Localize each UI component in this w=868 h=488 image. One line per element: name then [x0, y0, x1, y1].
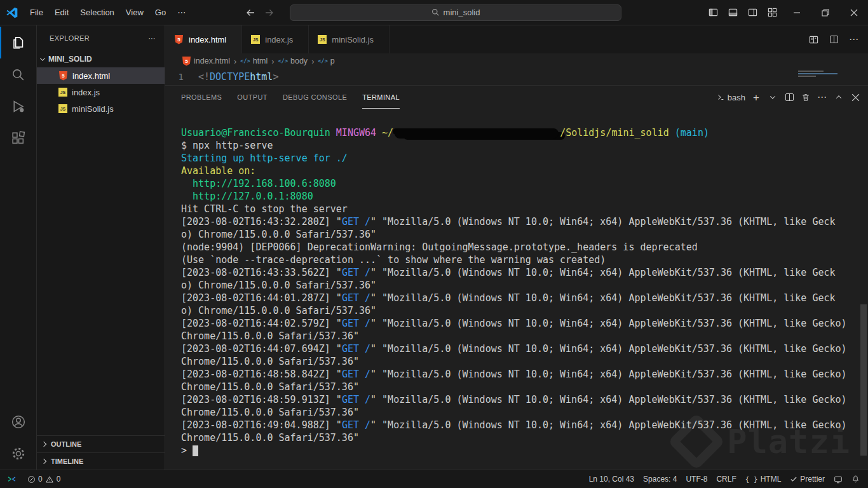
terminal-line: Chrome/115.0.0.0 Safari/537.36": [181, 381, 868, 393]
file-name: index.html: [72, 71, 110, 81]
terminal-line: Hit CTRL-C to stop the server: [181, 203, 868, 215]
outline-section[interactable]: OUTLINE: [37, 435, 165, 452]
restore-button[interactable]: [811, 0, 839, 25]
minimap[interactable]: [798, 71, 857, 82]
terminal-text: GET /: [342, 267, 370, 278]
close-panel-icon[interactable]: [848, 89, 863, 105]
explorer-activity-icon[interactable]: [0, 27, 36, 58]
forward-arrow-icon[interactable]: [264, 8, 275, 18]
terminal-line: $ npx http-serve: [181, 139, 868, 152]
code-editor[interactable]: 1 <!DOCTYPE html>: [165, 69, 868, 85]
problems-status[interactable]: 0 0: [23, 470, 65, 488]
folder-row-mini-solid[interactable]: MINI_SOLID: [37, 51, 165, 67]
statusbar-left: 0 0: [0, 470, 65, 488]
braces-icon: { }: [745, 475, 758, 484]
terminal-line: [2023-08-02T16:44:01.287Z] "GET /" "Mozi…: [181, 292, 868, 304]
check-icon: [790, 475, 797, 483]
chevron-right-icon: [41, 459, 46, 464]
tab-index.js[interactable]: JSindex.js: [242, 25, 309, 53]
breadcrumb-item-p[interactable]: </>p: [318, 57, 334, 65]
panel-tabs: PROBLEMSOUTPUTDEBUG CONSOLETERMINAL: [181, 86, 400, 109]
tab-index.html[interactable]: 5index.html: [165, 25, 242, 53]
terminal-text: GET /: [342, 419, 370, 431]
eol-sequence[interactable]: CRLF: [712, 470, 740, 488]
panel-tab-debug-console[interactable]: DEBUG CONSOLE: [283, 86, 347, 109]
terminal-dropdown-icon[interactable]: [765, 89, 780, 105]
panel-tab-problems[interactable]: PROBLEMS: [181, 86, 222, 109]
indentation[interactable]: Spaces: 4: [639, 470, 681, 488]
terminal-text: [2023-08-02T16:48:58.842Z] ": [181, 369, 342, 380]
toggle-secondary-sidebar-icon[interactable]: [743, 0, 763, 25]
cursor-position[interactable]: Ln 10, Col 43: [585, 470, 639, 488]
terminal-text: " "Mozilla/5.0 (Windows NT 10.0; Win64; …: [370, 394, 847, 405]
breadcrumb-item-body[interactable]: </>body: [278, 57, 308, 65]
toggle-panel-icon[interactable]: [723, 0, 743, 25]
remote-indicator-icon[interactable]: [0, 470, 23, 488]
panel-tab-terminal[interactable]: TERMINAL: [362, 86, 400, 109]
back-arrow-icon[interactable]: [245, 8, 255, 18]
maximize-panel-icon[interactable]: [831, 89, 846, 105]
js-file-icon: JS: [58, 104, 67, 113]
terminal-text: [2023-08-02T16:48:59.913Z] ": [181, 394, 342, 405]
terminal-output[interactable]: Platzi Usuario@Francisco-Bourquin MINGW6…: [165, 109, 868, 470]
panel-more-actions-icon[interactable]: ⋯: [815, 89, 830, 105]
split-terminal-icon[interactable]: [782, 89, 797, 105]
sidebar-more-actions-icon[interactable]: ⋯: [149, 34, 156, 43]
terminal-shell-icon: [716, 93, 725, 102]
kill-terminal-icon[interactable]: [798, 89, 813, 105]
menu-edit[interactable]: Edit: [49, 5, 74, 20]
search-activity-icon[interactable]: [0, 58, 36, 90]
timeline-section[interactable]: TIMELINE: [37, 452, 165, 470]
menu-go[interactable]: Go: [149, 5, 172, 20]
minimize-button[interactable]: [782, 0, 811, 25]
run-debug-activity-icon[interactable]: [0, 90, 36, 122]
screencast-icon[interactable]: [829, 470, 847, 488]
new-terminal-icon[interactable]: +: [749, 89, 764, 105]
terminal-text: ~/: [382, 127, 393, 139]
breadcrumb-item-html[interactable]: </>html: [240, 57, 268, 65]
split-editor-icon[interactable]: [825, 30, 843, 48]
tab-miniSolid.js[interactable]: JSminiSolid.js: [309, 25, 390, 53]
tab-label: miniSolid.js: [332, 35, 374, 44]
terminal-text: /Solidjs/mini_solid: [560, 127, 675, 139]
terminal-line: Chrome/115.0.0.0 Safari/537.36": [181, 330, 868, 342]
file-item-miniSolid.js[interactable]: JSminiSolid.js: [37, 100, 165, 117]
terminal-session-item[interactable]: bash: [714, 89, 747, 105]
terminal-line: Starting up http-serve for ./: [181, 152, 868, 165]
menu-view[interactable]: View: [120, 5, 149, 20]
js-file-icon: JS: [251, 35, 260, 44]
notifications-bell-icon[interactable]: [847, 470, 864, 488]
terminal-line: Available on:: [181, 165, 868, 177]
errors-icon: [27, 475, 36, 484]
account-icon[interactable]: [0, 406, 36, 438]
terminal-line: http://127.0.0.1:8080: [181, 190, 868, 203]
toggle-primary-sidebar-icon[interactable]: [703, 0, 723, 25]
close-button[interactable]: [839, 0, 868, 25]
file-tree: MINI_SOLID 5index.htmlJSindex.jsJSminiSo…: [37, 51, 165, 435]
open-preview-icon[interactable]: [804, 30, 822, 48]
menu-selection[interactable]: Selection: [74, 5, 119, 20]
panel-tab-output[interactable]: OUTPUT: [237, 86, 268, 109]
title-bar: FileEditSelectionViewGo⋯ mini_solid: [0, 0, 868, 25]
terminal-text: Usuario@Francisco-Bourquin: [181, 127, 336, 139]
menu-file[interactable]: File: [24, 5, 49, 20]
settings-gear-icon[interactable]: [0, 438, 36, 470]
extensions-activity-icon[interactable]: [0, 122, 36, 154]
terminal-text: o) Chrome/115.0.0.0 Safari/537.36": [181, 305, 376, 316]
terminal-scrollbar[interactable]: [860, 304, 867, 456]
terminal-line: [2023-08-02T16:44:02.579Z] "GET /" "Mozi…: [181, 317, 868, 330]
terminal-text: GET /: [342, 369, 370, 380]
customize-layout-icon[interactable]: [763, 0, 782, 25]
terminal-text: MINGW64: [336, 127, 382, 139]
formatter-status[interactable]: Prettier: [785, 470, 829, 488]
file-item-index.js[interactable]: JSindex.js: [37, 84, 165, 100]
symbol-element-icon: </>: [318, 58, 327, 64]
menu-more-icon[interactable]: ⋯: [172, 5, 192, 20]
editor-more-actions-icon[interactable]: ⋯: [845, 30, 863, 48]
file-item-index.html[interactable]: 5index.html: [37, 67, 165, 84]
encoding[interactable]: UTF-8: [681, 470, 712, 488]
command-center-search[interactable]: mini_solid: [290, 4, 621, 21]
panel-actions: bash + ⋯: [714, 89, 863, 105]
language-mode[interactable]: { } HTML: [741, 470, 786, 488]
breadcrumb-file[interactable]: 5 index.html: [182, 57, 230, 66]
